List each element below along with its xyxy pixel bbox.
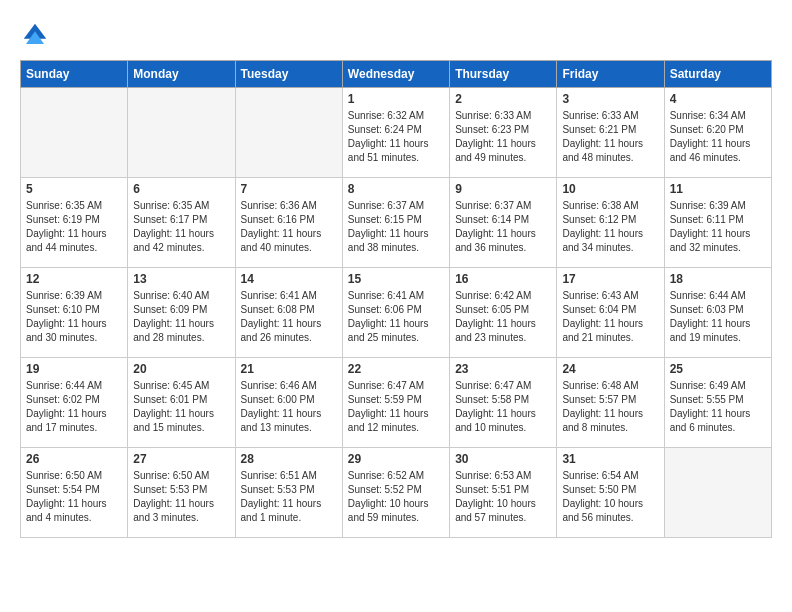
calendar-cell: 24Sunrise: 6:48 AM Sunset: 5:57 PM Dayli… bbox=[557, 358, 664, 448]
day-number: 9 bbox=[455, 182, 551, 196]
header-day-thursday: Thursday bbox=[450, 61, 557, 88]
calendar-cell: 11Sunrise: 6:39 AM Sunset: 6:11 PM Dayli… bbox=[664, 178, 771, 268]
day-info: Sunrise: 6:50 AM Sunset: 5:54 PM Dayligh… bbox=[26, 469, 122, 525]
calendar-cell: 16Sunrise: 6:42 AM Sunset: 6:05 PM Dayli… bbox=[450, 268, 557, 358]
week-row-2: 5Sunrise: 6:35 AM Sunset: 6:19 PM Daylig… bbox=[21, 178, 772, 268]
day-info: Sunrise: 6:49 AM Sunset: 5:55 PM Dayligh… bbox=[670, 379, 766, 435]
header-day-sunday: Sunday bbox=[21, 61, 128, 88]
day-info: Sunrise: 6:32 AM Sunset: 6:24 PM Dayligh… bbox=[348, 109, 444, 165]
day-info: Sunrise: 6:34 AM Sunset: 6:20 PM Dayligh… bbox=[670, 109, 766, 165]
calendar-cell: 28Sunrise: 6:51 AM Sunset: 5:53 PM Dayli… bbox=[235, 448, 342, 538]
calendar-cell bbox=[128, 88, 235, 178]
header-day-friday: Friday bbox=[557, 61, 664, 88]
day-number: 25 bbox=[670, 362, 766, 376]
day-number: 21 bbox=[241, 362, 337, 376]
calendar-cell: 18Sunrise: 6:44 AM Sunset: 6:03 PM Dayli… bbox=[664, 268, 771, 358]
day-number: 13 bbox=[133, 272, 229, 286]
day-info: Sunrise: 6:47 AM Sunset: 5:58 PM Dayligh… bbox=[455, 379, 551, 435]
day-info: Sunrise: 6:41 AM Sunset: 6:06 PM Dayligh… bbox=[348, 289, 444, 345]
calendar-cell bbox=[235, 88, 342, 178]
day-info: Sunrise: 6:50 AM Sunset: 5:53 PM Dayligh… bbox=[133, 469, 229, 525]
week-row-5: 26Sunrise: 6:50 AM Sunset: 5:54 PM Dayli… bbox=[21, 448, 772, 538]
logo-icon bbox=[20, 20, 50, 50]
header-day-monday: Monday bbox=[128, 61, 235, 88]
day-number: 26 bbox=[26, 452, 122, 466]
day-number: 23 bbox=[455, 362, 551, 376]
day-info: Sunrise: 6:35 AM Sunset: 6:19 PM Dayligh… bbox=[26, 199, 122, 255]
day-number: 6 bbox=[133, 182, 229, 196]
day-number: 22 bbox=[348, 362, 444, 376]
header bbox=[20, 20, 772, 50]
header-row: SundayMondayTuesdayWednesdayThursdayFrid… bbox=[21, 61, 772, 88]
calendar-cell: 13Sunrise: 6:40 AM Sunset: 6:09 PM Dayli… bbox=[128, 268, 235, 358]
day-number: 19 bbox=[26, 362, 122, 376]
calendar-cell: 9Sunrise: 6:37 AM Sunset: 6:14 PM Daylig… bbox=[450, 178, 557, 268]
day-info: Sunrise: 6:44 AM Sunset: 6:02 PM Dayligh… bbox=[26, 379, 122, 435]
calendar-cell: 3Sunrise: 6:33 AM Sunset: 6:21 PM Daylig… bbox=[557, 88, 664, 178]
day-info: Sunrise: 6:44 AM Sunset: 6:03 PM Dayligh… bbox=[670, 289, 766, 345]
calendar-cell: 30Sunrise: 6:53 AM Sunset: 5:51 PM Dayli… bbox=[450, 448, 557, 538]
day-info: Sunrise: 6:48 AM Sunset: 5:57 PM Dayligh… bbox=[562, 379, 658, 435]
day-number: 8 bbox=[348, 182, 444, 196]
day-info: Sunrise: 6:47 AM Sunset: 5:59 PM Dayligh… bbox=[348, 379, 444, 435]
day-number: 10 bbox=[562, 182, 658, 196]
day-number: 2 bbox=[455, 92, 551, 106]
day-number: 3 bbox=[562, 92, 658, 106]
calendar-cell: 10Sunrise: 6:38 AM Sunset: 6:12 PM Dayli… bbox=[557, 178, 664, 268]
calendar-cell: 5Sunrise: 6:35 AM Sunset: 6:19 PM Daylig… bbox=[21, 178, 128, 268]
calendar-cell: 1Sunrise: 6:32 AM Sunset: 6:24 PM Daylig… bbox=[342, 88, 449, 178]
calendar-cell: 6Sunrise: 6:35 AM Sunset: 6:17 PM Daylig… bbox=[128, 178, 235, 268]
day-number: 30 bbox=[455, 452, 551, 466]
day-info: Sunrise: 6:45 AM Sunset: 6:01 PM Dayligh… bbox=[133, 379, 229, 435]
day-info: Sunrise: 6:35 AM Sunset: 6:17 PM Dayligh… bbox=[133, 199, 229, 255]
day-info: Sunrise: 6:36 AM Sunset: 6:16 PM Dayligh… bbox=[241, 199, 337, 255]
day-number: 1 bbox=[348, 92, 444, 106]
day-number: 5 bbox=[26, 182, 122, 196]
day-info: Sunrise: 6:40 AM Sunset: 6:09 PM Dayligh… bbox=[133, 289, 229, 345]
calendar-cell: 14Sunrise: 6:41 AM Sunset: 6:08 PM Dayli… bbox=[235, 268, 342, 358]
day-number: 31 bbox=[562, 452, 658, 466]
day-number: 15 bbox=[348, 272, 444, 286]
day-info: Sunrise: 6:46 AM Sunset: 6:00 PM Dayligh… bbox=[241, 379, 337, 435]
day-info: Sunrise: 6:39 AM Sunset: 6:10 PM Dayligh… bbox=[26, 289, 122, 345]
calendar-cell: 26Sunrise: 6:50 AM Sunset: 5:54 PM Dayli… bbox=[21, 448, 128, 538]
calendar-cell: 27Sunrise: 6:50 AM Sunset: 5:53 PM Dayli… bbox=[128, 448, 235, 538]
day-number: 29 bbox=[348, 452, 444, 466]
calendar-cell: 7Sunrise: 6:36 AM Sunset: 6:16 PM Daylig… bbox=[235, 178, 342, 268]
day-info: Sunrise: 6:38 AM Sunset: 6:12 PM Dayligh… bbox=[562, 199, 658, 255]
calendar-cell: 8Sunrise: 6:37 AM Sunset: 6:15 PM Daylig… bbox=[342, 178, 449, 268]
day-info: Sunrise: 6:52 AM Sunset: 5:52 PM Dayligh… bbox=[348, 469, 444, 525]
day-number: 14 bbox=[241, 272, 337, 286]
calendar-cell: 12Sunrise: 6:39 AM Sunset: 6:10 PM Dayli… bbox=[21, 268, 128, 358]
calendar-cell: 17Sunrise: 6:43 AM Sunset: 6:04 PM Dayli… bbox=[557, 268, 664, 358]
day-number: 27 bbox=[133, 452, 229, 466]
day-info: Sunrise: 6:33 AM Sunset: 6:21 PM Dayligh… bbox=[562, 109, 658, 165]
header-day-saturday: Saturday bbox=[664, 61, 771, 88]
logo bbox=[20, 20, 56, 50]
calendar-table: SundayMondayTuesdayWednesdayThursdayFrid… bbox=[20, 60, 772, 538]
day-info: Sunrise: 6:42 AM Sunset: 6:05 PM Dayligh… bbox=[455, 289, 551, 345]
day-number: 11 bbox=[670, 182, 766, 196]
day-number: 7 bbox=[241, 182, 337, 196]
day-info: Sunrise: 6:54 AM Sunset: 5:50 PM Dayligh… bbox=[562, 469, 658, 525]
calendar-cell: 21Sunrise: 6:46 AM Sunset: 6:00 PM Dayli… bbox=[235, 358, 342, 448]
calendar-cell: 19Sunrise: 6:44 AM Sunset: 6:02 PM Dayli… bbox=[21, 358, 128, 448]
day-number: 4 bbox=[670, 92, 766, 106]
day-info: Sunrise: 6:41 AM Sunset: 6:08 PM Dayligh… bbox=[241, 289, 337, 345]
day-info: Sunrise: 6:53 AM Sunset: 5:51 PM Dayligh… bbox=[455, 469, 551, 525]
calendar-cell: 31Sunrise: 6:54 AM Sunset: 5:50 PM Dayli… bbox=[557, 448, 664, 538]
header-day-wednesday: Wednesday bbox=[342, 61, 449, 88]
day-info: Sunrise: 6:33 AM Sunset: 6:23 PM Dayligh… bbox=[455, 109, 551, 165]
day-number: 28 bbox=[241, 452, 337, 466]
calendar-cell: 2Sunrise: 6:33 AM Sunset: 6:23 PM Daylig… bbox=[450, 88, 557, 178]
calendar-cell: 25Sunrise: 6:49 AM Sunset: 5:55 PM Dayli… bbox=[664, 358, 771, 448]
day-info: Sunrise: 6:51 AM Sunset: 5:53 PM Dayligh… bbox=[241, 469, 337, 525]
day-number: 16 bbox=[455, 272, 551, 286]
day-number: 12 bbox=[26, 272, 122, 286]
week-row-1: 1Sunrise: 6:32 AM Sunset: 6:24 PM Daylig… bbox=[21, 88, 772, 178]
day-number: 17 bbox=[562, 272, 658, 286]
week-row-4: 19Sunrise: 6:44 AM Sunset: 6:02 PM Dayli… bbox=[21, 358, 772, 448]
calendar-cell: 23Sunrise: 6:47 AM Sunset: 5:58 PM Dayli… bbox=[450, 358, 557, 448]
calendar-cell: 22Sunrise: 6:47 AM Sunset: 5:59 PM Dayli… bbox=[342, 358, 449, 448]
week-row-3: 12Sunrise: 6:39 AM Sunset: 6:10 PM Dayli… bbox=[21, 268, 772, 358]
